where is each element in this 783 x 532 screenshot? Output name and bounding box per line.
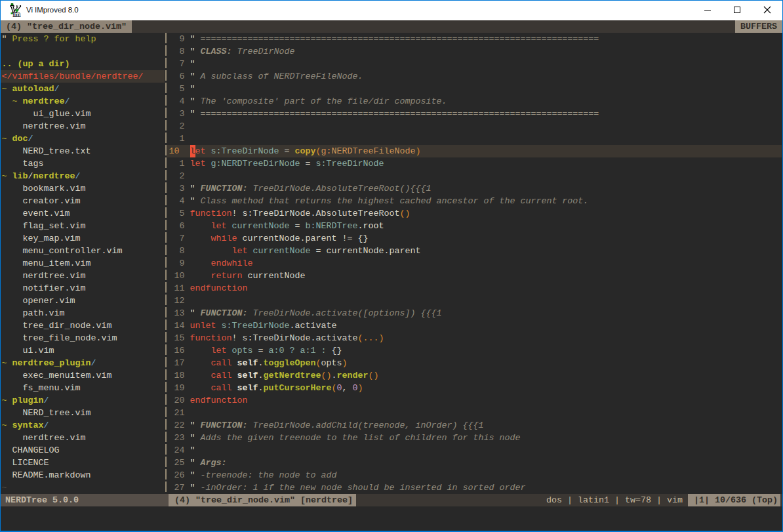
svg-text:im: im bbox=[13, 11, 20, 18]
